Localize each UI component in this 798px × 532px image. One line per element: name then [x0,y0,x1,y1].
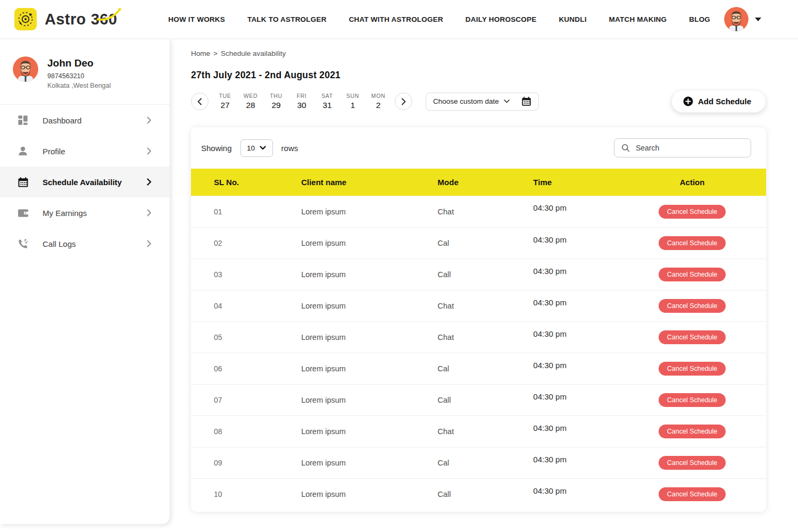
cell-client-name: Lorem ipsum [277,459,415,467]
sidebar-item-schedule-availability[interactable]: Schedule Availability [0,167,170,197]
week-day[interactable]: FRI 30 [289,93,314,110]
cell-time: 04:30 pm [513,228,639,244]
cancel-schedule-button[interactable]: Cancel Schedule [659,393,726,407]
cancel-schedule-button[interactable]: Cancel Schedule [659,205,726,219]
cell-mode: Chat [415,207,513,216]
column-header-client: Client name [277,178,415,187]
add-schedule-label: Add Schedule [698,97,751,106]
nav-item[interactable]: MATCH MAKING [609,15,667,23]
calendar-icon[interactable] [521,96,531,106]
custom-date-picker[interactable]: Choose custom date [426,93,539,111]
sidebar-item-call-logs[interactable]: Call Logs [0,228,170,259]
cancel-schedule-button[interactable]: Cancel Schedule [659,456,726,470]
brand-logo[interactable]: Astro 360 [14,8,117,30]
add-schedule-button[interactable]: Add Schedule [671,90,766,113]
nav-item[interactable]: CHAT WITH ASTROLOGER [349,15,443,23]
brand-name-secondary: 360 [91,11,118,28]
cancel-schedule-button[interactable]: Cancel Schedule [659,362,726,376]
cell-time: 04:30 pm [513,353,639,370]
sidebar-item-my-earnings[interactable]: My Earnings [0,197,170,228]
page-size-value: 10 [247,144,255,152]
cell-sl: 09 [191,459,277,467]
cell-client-name: Lorem ipsum [277,207,415,216]
week-day-date: 1 [340,101,365,110]
nav-item[interactable]: BLOG [689,15,710,23]
nav-item[interactable]: KUNDLI [559,15,586,23]
nav-menu: HOW IT WORKS TALK TO ASTROLGER CHAT WITH… [168,15,710,23]
orbit-logo-icon [14,8,37,30]
cancel-schedule-button[interactable]: Cancel Schedule [659,330,726,344]
table-row: 04 Lorem ipsum Chat 04:30 pm Cancel Sche… [191,290,766,321]
week-day[interactable]: MON 2 [365,93,391,110]
brand-name-primary: Astro [45,11,86,28]
search-box[interactable] [614,138,751,157]
caret-down-icon[interactable] [755,18,761,21]
cancel-schedule-button[interactable]: Cancel Schedule [659,236,726,250]
week-next-button[interactable] [395,93,412,110]
cell-mode: Chat [415,302,513,310]
cell-mode: Cal [415,459,513,467]
cell-time: 04:30 pm [513,447,639,464]
week-day[interactable]: THU 29 [263,93,289,110]
brand-name: Astro 360 [45,11,117,28]
nav-item[interactable]: HOW IT WORKS [168,15,225,23]
week-day-name: THU [263,93,289,99]
cell-mode: Chat [415,427,513,436]
table-body: 01 Lorem ipsum Chat 04:30 pm Cancel Sche… [191,196,766,510]
sidebar-item-label: Call Logs [43,239,76,248]
cell-time: 04:30 pm [513,290,639,307]
cancel-schedule-button[interactable]: Cancel Schedule [659,487,726,501]
person-icon [16,146,29,156]
sidebar-item-profile[interactable]: Profile [0,136,170,167]
search-icon [621,143,630,153]
week-day-name: SAT [314,93,340,99]
cell-mode: Cal [415,239,513,247]
week-day[interactable]: WED 28 [238,93,263,110]
week-day-date: 28 [238,101,263,110]
showing-label: Showing [201,144,232,153]
cell-client-name: Lorem ipsum [277,396,415,404]
week-day[interactable]: TUE 27 [212,93,238,110]
sidebar-item-label: My Earnings [43,209,87,218]
cell-time: 04:30 pm [513,385,639,401]
cell-client-name: Lorem ipsum [277,427,415,436]
week-day-date: 31 [314,101,340,110]
week-day[interactable]: SAT 31 [314,93,340,110]
breadcrumb-separator: > [213,49,218,57]
table-row: 01 Lorem ipsum Chat 04:30 pm Cancel Sche… [191,196,766,227]
nav-item[interactable]: DAILY HOROSCOPE [466,15,537,23]
cancel-schedule-button[interactable]: Cancel Schedule [659,425,726,438]
breadcrumb-home[interactable]: Home [191,49,210,57]
cancel-schedule-button[interactable]: Cancel Schedule [659,268,726,281]
user-phone: 9874563210 [47,72,111,80]
week-day[interactable]: SUN 1 [340,93,365,110]
page-size-select[interactable]: 10 [240,139,273,157]
user-menu[interactable] [724,7,761,31]
cell-sl: 03 [191,270,277,279]
cell-sl: 07 [191,396,277,404]
table-row: 05 Lorem ipsum Chat 04:30 pm Cancel Sche… [191,321,766,353]
search-input[interactable] [636,144,744,152]
cell-mode: Cal [415,364,513,373]
week-day-date: 2 [365,101,391,110]
cell-sl: 01 [191,207,277,216]
chevron-right-icon [147,178,152,186]
breadcrumb: Home > Schedule availability [191,49,766,57]
user-location: Kolkata ,West Bengal [47,82,111,89]
schedule-controls: TUE 27 WED 28 THU 29 FRI [191,90,766,113]
user-avatar[interactable] [724,7,749,31]
sidebar-profile: John Deo 9874563210 Kolkata ,West Bengal [0,39,170,104]
cell-time: 04:30 pm [513,479,639,495]
week-prev-button[interactable] [191,93,209,110]
cell-mode: Call [415,490,513,498]
week-day-date: 29 [263,101,289,110]
cell-sl: 05 [191,333,277,342]
nav-item[interactable]: TALK TO ASTROLGER [247,15,327,23]
week-day-name: FRI [289,93,314,99]
table-row: 06 Lorem ipsum Cal 04:30 pm Cancel Sched… [191,353,766,384]
cell-mode: Call [415,270,513,279]
sidebar-item-label: Schedule Availability [43,178,122,187]
sidebar-item-dashboard[interactable]: Dashboard [0,105,170,136]
chevron-left-icon [197,98,202,105]
cancel-schedule-button[interactable]: Cancel Schedule [659,299,726,313]
